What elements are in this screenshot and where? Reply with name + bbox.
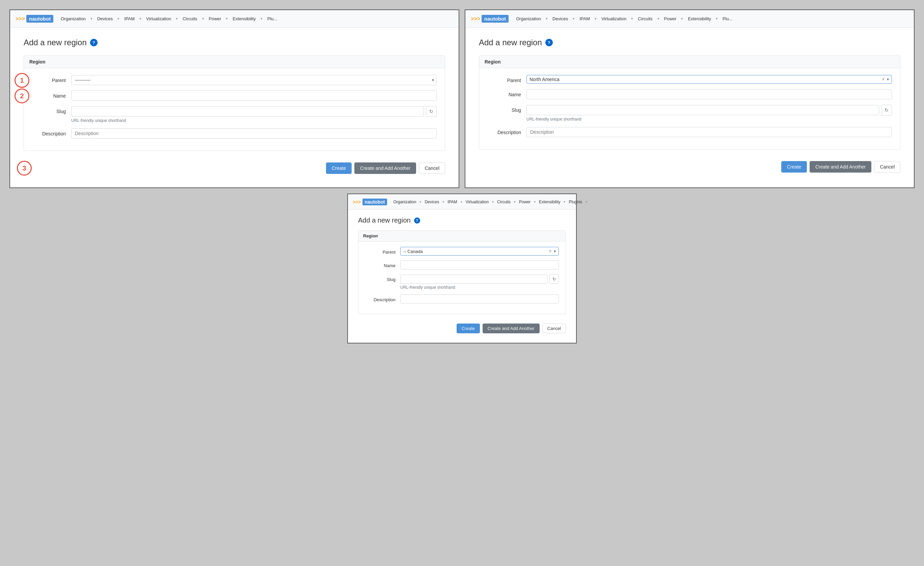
desc-row-panel1: Description	[32, 128, 437, 138]
nav-ext-p2[interactable]: Extensibility	[687, 15, 712, 23]
slug-input-panel2[interactable]: canada	[526, 105, 879, 115]
nav-circ-p2[interactable]: Circuits	[637, 15, 653, 23]
nav-plu-p2[interactable]: Plu...	[722, 15, 734, 23]
nav-dev-p2[interactable]: Devices	[552, 15, 568, 23]
panel3: >>> nautobot Organization ▾ Devices ▾ IP…	[347, 194, 577, 343]
parent-label-panel3: Parent	[365, 247, 396, 254]
parent-field-panel1: ---------- ▾	[71, 75, 437, 85]
annotation-1: 1	[15, 73, 29, 88]
nav-power-p3[interactable]: Power	[519, 200, 531, 204]
nav-org-arrow-p3: ▾	[420, 200, 421, 204]
form-section-panel1: Region 1 Parent ---------- ▾	[24, 56, 445, 151]
parent-select-with-clear[interactable]: North America × ▾	[526, 75, 892, 84]
nav-org-p2[interactable]: Organization	[515, 15, 542, 23]
section-title-panel3: Region	[358, 231, 566, 241]
create-btn-panel1[interactable]: Create	[326, 163, 352, 174]
nav-circuits[interactable]: Circuits	[182, 15, 198, 23]
nav-ipam-p3[interactable]: IPAM	[447, 200, 457, 204]
name-row-panel1: 2 Name North America	[32, 90, 437, 101]
nav-power-p2[interactable]: Power	[663, 15, 677, 23]
select-clear-p3[interactable]: ×	[549, 248, 552, 254]
slug-label-panel1: Slug	[32, 106, 66, 114]
nav-virt-p3[interactable]: Virtualization	[466, 200, 489, 204]
desc-input-panel2[interactable]	[526, 127, 892, 137]
nav-devices[interactable]: Devices	[96, 15, 113, 23]
form-body-panel3: Parent -- Canada × ▾ Name	[358, 241, 566, 314]
help-icon-panel3[interactable]: ?	[414, 217, 420, 224]
slug-refresh-panel3[interactable]: ↻	[549, 274, 559, 284]
name-input-panel3[interactable]: Vancouver	[400, 260, 559, 269]
nav-dev-arrow-p3: ▾	[442, 200, 444, 204]
nav-power[interactable]: Power	[208, 15, 222, 23]
nav-power-arrow-p3: ▾	[534, 200, 536, 204]
parent-selected-value: North America	[530, 77, 880, 82]
parent-select-panel1[interactable]: ----------	[71, 75, 437, 85]
logo-text[interactable]: nautobot	[26, 15, 53, 23]
nav-organization[interactable]: Organization	[60, 15, 86, 23]
nav-ext[interactable]: Extensibility	[232, 15, 256, 23]
create-add-btn-panel3[interactable]: Create and Add Another	[483, 324, 540, 333]
slug-refresh-panel2[interactable]: ↻	[881, 105, 892, 116]
create-add-btn-panel2[interactable]: Create and Add Another	[810, 161, 872, 173]
nav-ext-p3[interactable]: Extensibility	[539, 200, 560, 204]
nav-org-p3[interactable]: Organization	[393, 200, 416, 204]
page-content-panel1: Add a new region ? Region 1 Parent -----…	[10, 28, 459, 187]
select-clear-btn[interactable]: ×	[882, 77, 885, 82]
slug-input-panel3[interactable]: vancouver	[400, 275, 548, 284]
navbar-panel1: >>> nautobot Organization ▾ Devices ▾ IP…	[10, 10, 459, 28]
cancel-btn-panel3[interactable]: Cancel	[542, 324, 566, 333]
nav-virt-p2[interactable]: Virtualization	[601, 15, 627, 23]
name-input-panel2[interactable]: Canada	[526, 89, 892, 99]
desc-input-panel3[interactable]: Metro Vancouver	[400, 295, 559, 304]
nav-plugins[interactable]: Plu...	[267, 15, 278, 23]
name-field-panel3: Vancouver	[400, 260, 559, 269]
form-section-panel3: Region Parent -- Canada × ▾	[358, 230, 566, 314]
nav-plugins-arrow-p3: ▾	[585, 200, 587, 204]
select-caret-p3[interactable]: ▾	[554, 249, 556, 254]
create-add-btn-panel1[interactable]: Create and Add Another	[354, 163, 416, 174]
nav-power-arrow-p2: ▾	[681, 17, 683, 21]
nav-ext-arrow: ▾	[261, 17, 262, 21]
logo-text-p2[interactable]: nautobot	[482, 15, 508, 23]
logo-text-p3[interactable]: nautobot	[363, 199, 387, 205]
nav-dev-p3[interactable]: Devices	[424, 200, 439, 204]
nav-ipam-p2[interactable]: IPAM	[579, 15, 591, 23]
desc-row-panel3: Description Metro Vancouver	[365, 295, 559, 304]
cancel-btn-panel1[interactable]: Cancel	[419, 163, 445, 174]
nav-org-arrow-p2: ▾	[546, 17, 548, 21]
nav-dev-arrow-p2: ▾	[573, 17, 575, 21]
desc-input-panel1[interactable]	[71, 128, 437, 138]
page-content-panel3: Add a new region ? Region Parent -- Cana…	[348, 210, 576, 343]
nav-virt-arrow-p2: ▾	[631, 17, 633, 21]
bottom-panel-wrapper: >>> nautobot Organization ▾ Devices ▾ IP…	[7, 191, 917, 346]
nav-ext-arrow-p3: ▾	[564, 200, 565, 204]
parent-select-panel3[interactable]: -- Canada × ▾	[400, 247, 559, 256]
nav-virt[interactable]: Virtualization	[146, 15, 172, 23]
annotation-3: 3	[17, 161, 32, 176]
logo-arrows-p3: >>>	[352, 199, 361, 205]
nav-circ-p3[interactable]: Circuits	[497, 200, 511, 204]
desc-field-panel3: Metro Vancouver	[400, 295, 559, 304]
help-icon-panel2[interactable]: ?	[545, 39, 553, 46]
slug-hint-panel1: URL-friendly unique shorthand	[71, 118, 437, 123]
cancel-btn-panel2[interactable]: Cancel	[874, 161, 900, 173]
name-label-panel3: Name	[365, 260, 396, 268]
create-btn-panel3[interactable]: Create	[457, 324, 480, 333]
name-label-panel2: Name	[487, 89, 521, 97]
parent-row-panel3: Parent -- Canada × ▾	[365, 247, 559, 256]
nav-ipam[interactable]: IPAM	[123, 15, 135, 23]
btn-row-panel3: Create Create and Add Another Cancel	[358, 321, 566, 336]
slug-row-panel1: Slug north-america ↻ URL-friendly unique…	[32, 106, 437, 123]
parent-label-panel1: Parent	[32, 75, 66, 83]
slug-input-panel1[interactable]: north-america	[71, 106, 424, 116]
slug-refresh-panel1[interactable]: ↻	[426, 106, 437, 117]
desc-label-panel1: Description	[32, 128, 66, 137]
help-icon-panel1[interactable]: ?	[90, 39, 98, 46]
form-body-panel2: Parent North America × ▾ Name	[479, 68, 900, 149]
nav-org-arrow: ▾	[90, 17, 93, 21]
nav-plugins-p3[interactable]: Plugins	[568, 200, 582, 204]
create-btn-panel2[interactable]: Create	[781, 161, 807, 173]
select-caret-p2[interactable]: ▾	[887, 77, 889, 82]
form-body-panel1: 1 Parent ---------- ▾	[24, 68, 445, 151]
name-input-panel1[interactable]: North America	[71, 90, 437, 101]
